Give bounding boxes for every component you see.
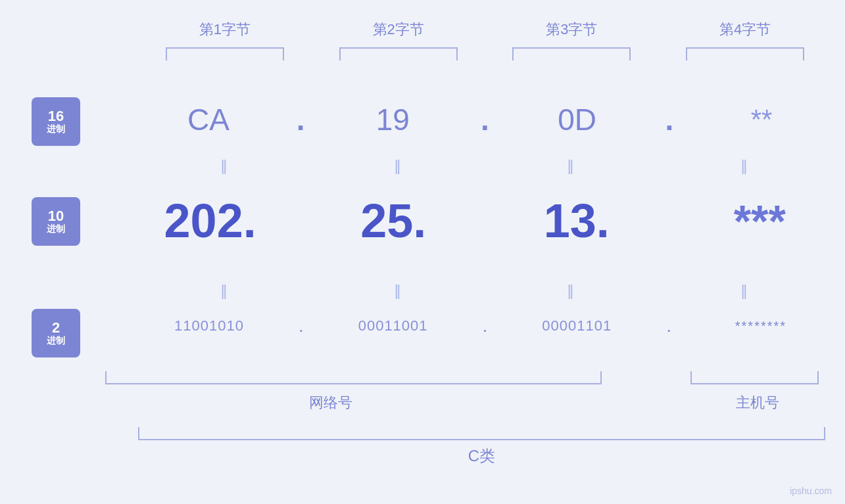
hex-val-3: 0D	[525, 102, 630, 137]
eq-dec-1: ‖	[172, 283, 278, 300]
eq-dec-4: ‖	[692, 283, 798, 300]
top-bracket-4	[686, 47, 804, 60]
class-section: C类	[138, 427, 825, 467]
top-bracket-3	[512, 47, 631, 60]
eq-hex-3: ‖	[519, 158, 624, 175]
dot-bin-3: .	[666, 315, 671, 336]
byte-header-3: 第3字节	[506, 20, 637, 39]
bracket-host	[690, 371, 819, 384]
label-hex-text: 进制	[47, 124, 65, 134]
top-bracket-2	[339, 47, 458, 60]
bin-row: 11001010 . 00011001 . 00001101 . *******…	[138, 315, 832, 336]
label-bin: 2 进制	[32, 309, 80, 357]
eq-hex-1: ‖	[172, 158, 278, 175]
eq-dec-2: ‖	[346, 283, 451, 300]
bin-val-3: 00001101	[524, 317, 629, 334]
host-label: 主机号	[736, 393, 779, 413]
dot-hex-1: .	[297, 102, 305, 137]
eq-dec-3: ‖	[519, 283, 624, 300]
eq-hex-4: ‖	[692, 158, 798, 175]
label-dec: 10 进制	[32, 197, 80, 246]
label-dec-text: 进制	[47, 224, 65, 234]
bin-val-1: 11001010	[157, 317, 262, 334]
network-label: 网络号	[309, 393, 352, 413]
label-hex: 16 进制	[32, 97, 80, 146]
byte-header-2: 第2字节	[333, 20, 464, 39]
dec-val-3: 13.	[524, 194, 629, 248]
dec-val-4: ***	[707, 195, 812, 246]
bin-val-2: 00011001	[341, 317, 446, 334]
top-bracket-1	[166, 47, 284, 60]
bin-val-4: ********	[708, 319, 813, 334]
equals-hex: ‖ ‖ ‖ ‖	[138, 158, 832, 175]
dot-hex-2: .	[481, 102, 489, 137]
bracket-network	[105, 371, 602, 384]
hex-val-2: 19	[340, 102, 445, 137]
eq-hex-2: ‖	[346, 158, 451, 175]
dec-row: 202. 25. 13. ***	[138, 194, 832, 248]
label-hex-num: 16	[48, 108, 64, 124]
dot-hex-3: .	[665, 102, 673, 137]
top-brackets	[138, 47, 832, 60]
main-container: 16 进制 10 进制 2 进制 第1字节 第2字节 第3字节 第4字节 CA …	[0, 0, 845, 504]
class-bracket	[138, 427, 825, 440]
dec-val-2: 25.	[341, 194, 446, 248]
watermark: ipshu.com	[790, 486, 832, 496]
dot-bin-1: .	[299, 315, 304, 336]
content-area: 第1字节 第2字节 第3字节 第4字节 CA . 19 . 0D . ** ‖ …	[105, 0, 832, 504]
hex-val-4: **	[709, 104, 814, 135]
label-dec-num: 10	[48, 208, 64, 224]
class-label: C类	[138, 446, 825, 467]
dec-val-1: 202.	[158, 194, 263, 248]
label-bin-text: 进制	[47, 336, 65, 346]
equals-dec: ‖ ‖ ‖ ‖	[138, 283, 832, 300]
byte-header-1: 第1字节	[159, 20, 291, 39]
label-bin-num: 2	[52, 320, 60, 336]
byte-headers: 第1字节 第2字节 第3字节 第4字节	[138, 20, 832, 39]
byte-header-4: 第4字节	[679, 20, 811, 39]
dot-bin-2: .	[483, 315, 488, 336]
hex-row: CA . 19 . 0D . **	[138, 102, 832, 137]
hex-val-1: CA	[156, 102, 261, 137]
